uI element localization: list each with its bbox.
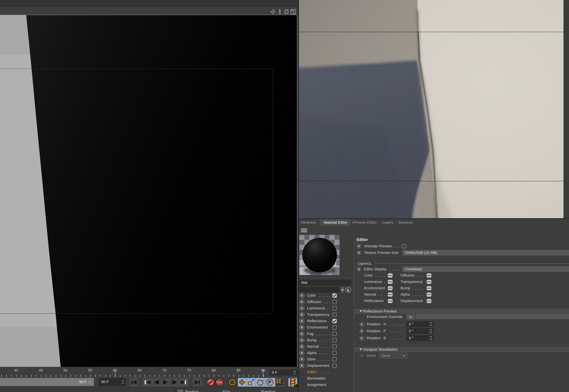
svg-text:P: P: [268, 380, 271, 385]
